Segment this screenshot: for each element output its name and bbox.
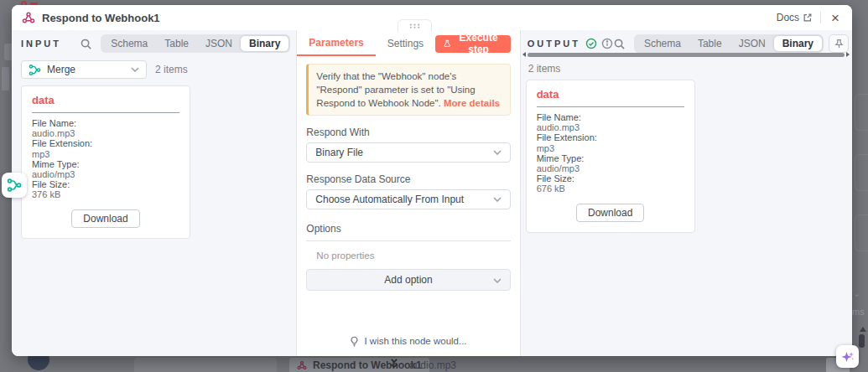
response-data-source-value: Choose Automatically From Input <box>315 194 464 205</box>
bg-chevron: ⌄ <box>853 288 860 299</box>
node-title: Respond to Webhook1 <box>42 12 160 24</box>
tab-table[interactable]: Table <box>689 36 730 51</box>
input-binary-card: data File Name: audio.mp3 File Extension… <box>21 85 190 239</box>
node-feedback-label: I wish this node would... <box>364 336 466 346</box>
mime-type-value: audio/mp3 <box>32 169 179 179</box>
binary-file-info: File Name: audio.mp3 File Extension: mp3… <box>537 112 684 194</box>
options-section-label: Options <box>306 223 510 241</box>
input-source-select[interactable]: Merge <box>21 60 147 79</box>
tab-schema[interactable]: Schema <box>636 36 689 51</box>
mime-type-label: Mime Type: <box>32 159 179 169</box>
sparkles-icon <box>841 350 855 364</box>
output-display-mode-tabs: Schema Table JSON Binary <box>634 34 824 53</box>
no-properties-text: No properties <box>316 251 510 261</box>
file-name-value: audio.mp3 <box>537 122 684 132</box>
file-name-value: audio.mp3 <box>32 128 179 138</box>
binary-key: data <box>537 88 684 101</box>
download-button[interactable]: Download <box>71 209 139 228</box>
bg-node-label: Respond to Webhook1 <box>313 359 422 371</box>
bg-ms-label: ms <box>852 307 865 317</box>
file-size-label: File Size: <box>32 179 179 189</box>
output-binary-card: data File Name: audio.mp3 File Extension… <box>526 80 695 233</box>
webhook-icon <box>22 11 35 24</box>
output-horizontal-scrollbar[interactable] <box>522 52 850 57</box>
file-name-label: File Name: <box>537 112 684 122</box>
success-check-icon <box>585 38 597 49</box>
file-extension-value: mp3 <box>32 149 179 159</box>
info-icon[interactable] <box>601 38 613 49</box>
file-name-label: File Name: <box>32 118 179 128</box>
binary-key: data <box>32 94 179 106</box>
respond-with-label: Respond With <box>306 127 510 138</box>
file-extension-label: File Extension: <box>537 132 684 142</box>
scrollbar-up-arrow[interactable] <box>860 327 866 332</box>
file-extension-value: mp3 <box>537 143 684 153</box>
divider <box>537 106 684 107</box>
chevron-down-icon <box>493 278 502 283</box>
execute-step-label: Execute step <box>455 32 502 55</box>
more-details-link[interactable]: More details <box>444 98 500 108</box>
file-extension-label: File Extension: <box>32 138 179 148</box>
bg-bottom-panel-edge <box>134 358 277 372</box>
search-icon[interactable] <box>613 38 626 50</box>
input-panel: INPUT Schema Table JSON Binary Merge 2 i… <box>12 30 297 356</box>
tab-binary[interactable]: Binary <box>241 36 288 51</box>
response-data-source-select[interactable]: Choose Automatically From Input <box>306 189 510 209</box>
respond-with-value: Binary File <box>315 147 363 158</box>
pin-icon <box>834 39 845 49</box>
tab-parameters[interactable]: Parameters <box>297 32 375 56</box>
bg-canvas-node-fragment <box>2 67 9 90</box>
file-size-value: 676 kB <box>537 183 684 194</box>
bg-audio-filename: audio.mp3 <box>409 359 456 371</box>
merge-node-icon <box>7 178 22 193</box>
pin-data-button[interactable] <box>829 34 849 53</box>
close-icon[interactable]: × <box>829 11 842 25</box>
output-panel-title: OUTPUT <box>528 39 580 49</box>
add-option-select[interactable]: Add option <box>306 269 510 291</box>
search-icon[interactable] <box>80 38 92 50</box>
panel-drag-handle[interactable] <box>398 19 432 32</box>
lightbulb-icon <box>350 336 359 347</box>
chevron-down-icon <box>493 197 502 202</box>
parameters-panel: Parameters Settings Execute step Verify … <box>297 30 519 356</box>
ai-assistant-button[interactable] <box>836 345 859 368</box>
input-node-floating-chip[interactable] <box>2 173 27 198</box>
tab-binary[interactable]: Binary <box>774 36 822 51</box>
divider <box>820 12 821 23</box>
execute-step-button[interactable]: Execute step <box>435 35 511 53</box>
tab-settings[interactable]: Settings <box>376 33 435 55</box>
merge-node-icon <box>29 64 41 76</box>
drag-dots-icon <box>409 23 420 28</box>
scroll-right-arrow[interactable] <box>846 52 850 57</box>
tab-table[interactable]: Table <box>156 36 197 51</box>
webhook-notice: Verify that the "Webhook" node's "Respon… <box>306 64 510 116</box>
bg-respond-node: Respond to Webhook1 <box>289 358 429 372</box>
tab-json[interactable]: JSON <box>730 36 774 51</box>
input-display-mode-tabs: Schema Table JSON Binary <box>101 34 290 53</box>
bg-side-panel-item <box>855 214 868 251</box>
vertical-scrollbar-thumb[interactable] <box>859 334 865 348</box>
bg-side-panel-item <box>855 154 868 191</box>
bg-node-collapse-arrows <box>391 359 398 368</box>
bg-side-panel-item <box>855 94 868 131</box>
divider <box>32 112 179 113</box>
download-button[interactable]: Download <box>576 204 644 222</box>
respond-with-select[interactable]: Binary File <box>306 142 510 163</box>
response-data-source-label: Response Data Source <box>306 173 510 185</box>
tab-json[interactable]: JSON <box>197 36 241 51</box>
webhook-icon <box>297 360 307 370</box>
docs-label: Docs <box>777 12 799 23</box>
node-feedback-link[interactable]: I wish this node would... <box>297 326 519 356</box>
parameters-form: Verify that the "Webhook" node's "Respon… <box>297 55 519 326</box>
file-size-label: File Size: <box>537 173 684 183</box>
mime-type-value: audio/mp3 <box>537 163 684 173</box>
scroll-left-arrow[interactable] <box>522 52 526 57</box>
docs-link[interactable]: Docs <box>777 12 813 23</box>
tab-schema[interactable]: Schema <box>102 36 156 51</box>
external-link-icon <box>803 13 813 23</box>
scrollbar-thumb[interactable] <box>528 53 845 57</box>
file-size-value: 376 kB <box>32 189 179 199</box>
chevron-down-icon <box>493 150 502 155</box>
flask-icon <box>444 39 450 49</box>
input-source-label: Merge <box>47 64 75 75</box>
